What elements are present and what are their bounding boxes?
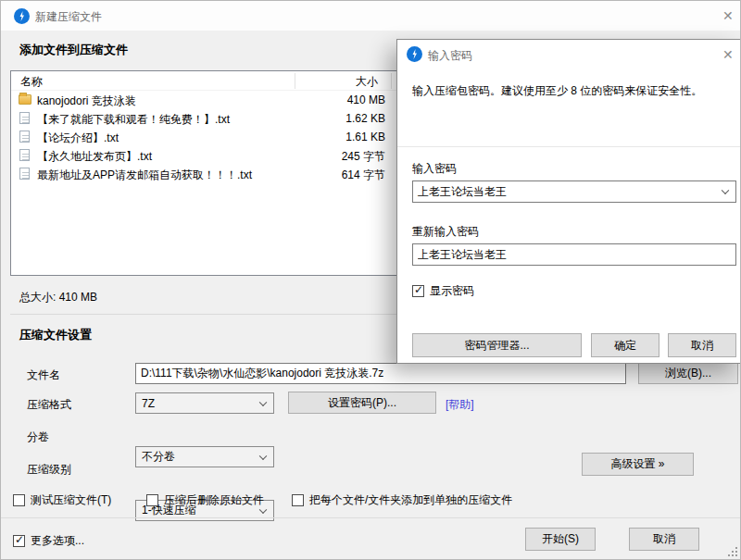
divider xyxy=(1,517,741,518)
file-name: 最新地址及APP请发邮箱自动获取！！！.txt xyxy=(37,168,252,183)
section-add-files-title: 添加文件到压缩文件 xyxy=(19,42,128,58)
enter-password-dialog: 输入密码 ✕ 输入压缩包密码。建议使用至少 8 位的密码来保证安全性。 输入密码… xyxy=(396,39,740,364)
chevron-down-icon[interactable] xyxy=(722,187,729,194)
start-button[interactable]: 开始(S) xyxy=(525,528,596,551)
folder-icon xyxy=(19,94,31,105)
password-input[interactable]: 上老王论坛当老王 xyxy=(412,180,736,203)
resize-grip[interactable] xyxy=(728,547,737,556)
checkbox-icon[interactable] xyxy=(146,494,158,506)
level-label: 压缩级别 xyxy=(27,462,71,478)
checkbox-icon[interactable] xyxy=(412,285,424,297)
file-name: 【来了就能下载和观看！纯免费！】.txt xyxy=(37,112,230,128)
format-select[interactable]: 7Z xyxy=(135,392,274,414)
volume-select[interactable]: 不分卷 xyxy=(135,446,274,467)
column-size[interactable]: 大小 xyxy=(285,74,378,90)
browse-button[interactable]: 浏览(B)... xyxy=(638,363,738,384)
checkbox-test-archive[interactable]: 测试压缩文件(T) xyxy=(13,492,111,508)
file-size: 245 字节 xyxy=(285,149,385,165)
chevron-down-icon xyxy=(259,398,267,405)
total-size: 总大小: 410 MB xyxy=(19,290,97,305)
divider xyxy=(397,146,741,147)
close-icon[interactable]: ✕ xyxy=(722,9,734,22)
close-icon[interactable]: ✕ xyxy=(722,48,734,61)
checkbox-delete-original[interactable]: 压缩后删除原始文件 xyxy=(146,492,264,508)
checkbox-icon[interactable] xyxy=(13,535,25,547)
bandizip-app-icon xyxy=(14,8,30,24)
checkbox-show-password[interactable]: 显示密码 xyxy=(412,283,474,299)
window-title: 新建压缩文件 xyxy=(35,9,102,25)
dialog-message: 输入压缩包密码。建议使用至少 8 位的密码来保证安全性。 xyxy=(412,83,732,99)
password-label: 输入密码 xyxy=(412,161,457,177)
filename-label: 文件名 xyxy=(27,367,60,383)
section-settings-title: 压缩文件设置 xyxy=(19,327,92,343)
column-name[interactable]: 名称 xyxy=(20,74,43,90)
file-name: 【论坛介绍】.txt xyxy=(37,131,119,146)
titlebar: 新建压缩文件 ✕ xyxy=(1,1,741,31)
help-link[interactable]: [帮助] xyxy=(446,397,474,413)
text-file-icon xyxy=(19,131,30,143)
checkbox-separate-archives[interactable]: 把每个文件/文件夹添加到单独的压缩文件 xyxy=(292,492,512,508)
dialog-title: 输入密码 xyxy=(428,48,472,64)
file-size: 410 MB xyxy=(285,93,385,106)
advanced-settings-button[interactable]: 高级设置 » xyxy=(582,453,694,476)
checkbox-more-options[interactable]: 更多选项... xyxy=(13,533,84,549)
password-manager-button[interactable]: 密码管理器... xyxy=(412,333,582,357)
ok-button[interactable]: 确定 xyxy=(591,333,659,357)
text-file-icon xyxy=(19,149,30,161)
file-name: 【永久地址发布页】.txt xyxy=(37,149,152,165)
dialog-cancel-button[interactable]: 取消 xyxy=(668,333,736,357)
confirm-password-input[interactable] xyxy=(412,243,736,266)
filename-input[interactable] xyxy=(135,363,626,384)
checkbox-icon[interactable] xyxy=(13,494,25,506)
file-size: 1.61 KB xyxy=(285,131,385,143)
bandizip-app-icon xyxy=(407,46,422,62)
text-file-icon xyxy=(19,168,30,180)
text-file-icon xyxy=(19,112,30,124)
checkbox-icon[interactable] xyxy=(292,494,304,506)
new-archive-window: 新建压缩文件 ✕ 添加文件到压缩文件 名称 大小 kanojodori 竞技泳装… xyxy=(0,0,741,560)
file-name: kanojodori 竞技泳装 xyxy=(37,93,136,109)
chevron-down-icon xyxy=(259,452,267,459)
confirm-password-label: 重新输入密码 xyxy=(412,224,479,240)
file-size: 1.62 KB xyxy=(285,112,385,125)
cancel-button[interactable]: 取消 xyxy=(629,528,699,551)
format-label: 压缩格式 xyxy=(27,397,71,413)
set-password-button[interactable]: 设置密码(P)... xyxy=(288,392,436,414)
volume-label: 分卷 xyxy=(27,429,49,445)
file-size: 614 字节 xyxy=(285,168,385,183)
